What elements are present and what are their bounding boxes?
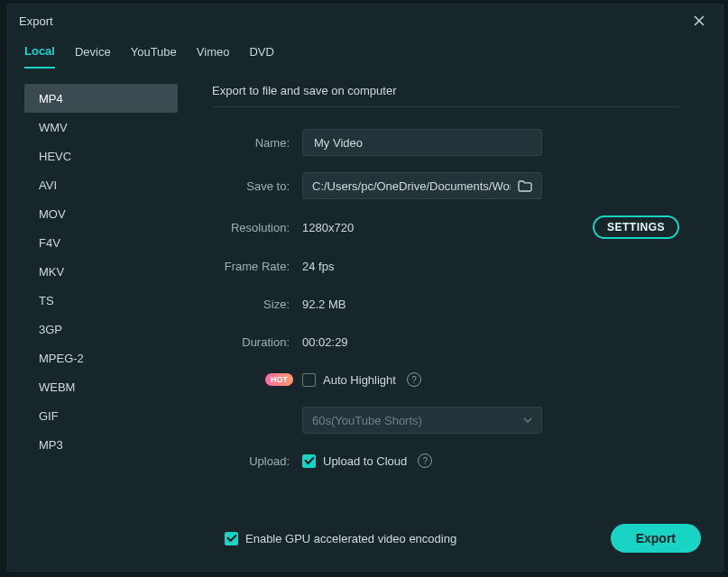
- format-hevc[interactable]: HEVC: [24, 142, 178, 170]
- auto-highlight-checkbox[interactable]: [302, 373, 316, 387]
- label-save-to: Save to:: [212, 179, 302, 193]
- upload-checkbox[interactable]: [302, 454, 316, 468]
- label-upload: Upload:: [212, 454, 302, 468]
- export-button[interactable]: Export: [611, 524, 701, 553]
- label-size: Size:: [212, 298, 302, 311]
- format-mkv[interactable]: MKV: [24, 257, 178, 286]
- format-webm[interactable]: WEBM: [24, 372, 178, 401]
- chevron-down-icon: [523, 417, 532, 423]
- hot-badge: HOT: [265, 373, 293, 386]
- dialog-footer: Enable GPU accelerated video encoding Ex…: [8, 513, 723, 571]
- label-frame-rate: Frame Rate:: [212, 260, 302, 273]
- gpu-label: Enable GPU accelerated video encoding: [245, 532, 456, 545]
- close-icon: [694, 15, 705, 26]
- row-duration: Duration: 00:02:29: [212, 331, 679, 353]
- row-size: Size: 92.2 MB: [212, 293, 679, 315]
- dialog-body: MP4 WMV HEVC AVI MOV F4V MKV TS 3GP MPEG…: [8, 66, 723, 513]
- preset-selected-label: 60s(YouTube Shorts): [312, 414, 422, 427]
- format-mp3[interactable]: MP3: [24, 430, 178, 459]
- export-tabs: Local Device YouTube Vimeo DVD: [8, 37, 723, 66]
- settings-button[interactable]: SETTINGS: [593, 215, 679, 239]
- folder-icon[interactable]: [518, 180, 532, 192]
- gpu-encoding-row: Enable GPU accelerated video encoding: [225, 532, 456, 545]
- label-resolution: Resolution:: [212, 221, 302, 234]
- preset-select[interactable]: 60s(YouTube Shorts): [302, 407, 542, 434]
- format-sidebar: MP4 WMV HEVC AVI MOV F4V MKV TS 3GP MPEG…: [8, 75, 185, 513]
- value-frame-rate: 24 fps: [302, 260, 334, 273]
- name-input[interactable]: [302, 129, 542, 156]
- row-name: Name:: [212, 129, 679, 156]
- tab-youtube[interactable]: YouTube: [131, 40, 177, 68]
- row-auto-highlight: HOT Auto Highlight ?: [212, 369, 679, 390]
- label-duration: Duration:: [212, 335, 302, 349]
- export-settings-panel: Export to file and save on computer Name…: [185, 75, 723, 513]
- export-dialog: Export Local Device YouTube Vimeo DVD MP…: [7, 4, 723, 572]
- row-upload: Upload: Upload to Cloud ?: [212, 450, 679, 472]
- row-frame-rate: Frame Rate: 24 fps: [212, 255, 679, 277]
- section-title: Export to file and save on computer: [212, 84, 679, 107]
- auto-highlight-label: Auto Highlight: [323, 373, 396, 387]
- gpu-checkbox[interactable]: [225, 532, 238, 545]
- titlebar: Export: [8, 5, 723, 37]
- tab-device[interactable]: Device: [75, 40, 111, 68]
- help-icon[interactable]: ?: [418, 453, 432, 468]
- format-f4v[interactable]: F4V: [24, 228, 178, 257]
- tab-local[interactable]: Local: [24, 39, 55, 69]
- format-avi[interactable]: AVI: [24, 170, 178, 199]
- label-name: Name:: [212, 136, 302, 150]
- help-icon[interactable]: ?: [407, 372, 421, 387]
- close-button[interactable]: [687, 8, 712, 33]
- value-size: 92.2 MB: [302, 298, 346, 311]
- format-mpeg2[interactable]: MPEG-2: [24, 343, 178, 372]
- window-title: Export: [19, 14, 687, 28]
- format-3gp[interactable]: 3GP: [24, 315, 178, 343]
- row-resolution: Resolution: 1280x720 SETTINGS: [212, 215, 679, 239]
- upload-label: Upload to Cloud: [323, 454, 407, 468]
- value-resolution: 1280x720: [302, 221, 354, 234]
- format-ts[interactable]: TS: [24, 286, 178, 315]
- format-mov[interactable]: MOV: [24, 199, 178, 228]
- tab-dvd[interactable]: DVD: [249, 40, 273, 68]
- format-mp4[interactable]: MP4: [24, 84, 178, 113]
- save-to-path: C:/Users/pc/OneDrive/Documents/Wond: [312, 179, 511, 193]
- format-wmv[interactable]: WMV: [24, 113, 178, 142]
- row-save-to: Save to: C:/Users/pc/OneDrive/Documents/…: [212, 172, 679, 199]
- row-preset: 60s(YouTube Shorts): [212, 407, 679, 434]
- tab-vimeo[interactable]: Vimeo: [197, 40, 230, 68]
- format-gif[interactable]: GIF: [24, 401, 178, 430]
- value-duration: 00:02:29: [302, 335, 348, 349]
- save-to-field[interactable]: C:/Users/pc/OneDrive/Documents/Wond: [302, 172, 542, 199]
